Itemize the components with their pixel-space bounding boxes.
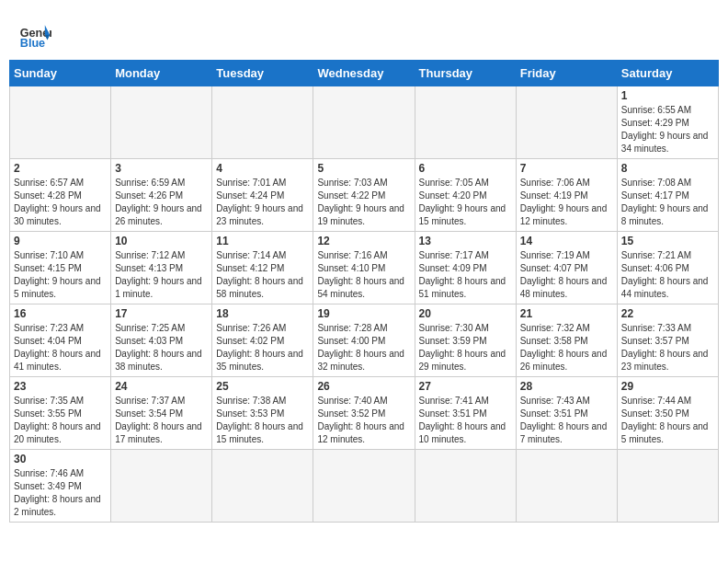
day-number: 21 [520,307,613,320]
day-number: 29 [621,380,714,393]
calendar-cell: 6Sunrise: 7:05 AM Sunset: 4:20 PM Daylig… [415,159,516,232]
day-number: 7 [520,162,613,175]
calendar: SundayMondayTuesdayWednesdayThursdayFrid… [9,60,719,523]
calendar-cell: 8Sunrise: 7:08 AM Sunset: 4:17 PM Daylig… [617,159,718,232]
day-info: Sunrise: 7:23 AM Sunset: 4:04 PM Dayligh… [14,322,107,373]
calendar-cell: 27Sunrise: 7:41 AM Sunset: 3:51 PM Dayli… [415,377,516,450]
day-info: Sunrise: 7:05 AM Sunset: 4:20 PM Dayligh… [419,177,512,228]
calendar-cell: 3Sunrise: 6:59 AM Sunset: 4:26 PM Daylig… [111,159,212,232]
day-number: 22 [621,307,714,320]
day-number: 20 [419,307,512,320]
calendar-cell: 11Sunrise: 7:14 AM Sunset: 4:12 PM Dayli… [212,232,313,304]
day-info: Sunrise: 7:01 AM Sunset: 4:24 PM Dayligh… [216,177,309,228]
day-info: Sunrise: 6:59 AM Sunset: 4:26 PM Dayligh… [115,177,208,228]
day-number: 2 [14,162,107,175]
day-info: Sunrise: 7:10 AM Sunset: 4:15 PM Dayligh… [14,249,107,301]
logo-icon: General Blue [18,18,51,52]
column-header-sunday: Sunday [10,61,111,86]
calendar-cell: 21Sunrise: 7:32 AM Sunset: 3:58 PM Dayli… [516,304,617,377]
calendar-cell: 30Sunrise: 7:46 AM Sunset: 3:49 PM Dayli… [10,450,111,523]
day-info: Sunrise: 7:32 AM Sunset: 3:58 PM Dayligh… [520,322,613,373]
day-number: 30 [14,453,107,465]
day-number: 23 [14,380,107,393]
calendar-cell: 29Sunrise: 7:44 AM Sunset: 3:50 PM Dayli… [617,377,718,450]
day-number: 3 [115,162,208,175]
calendar-cell [10,86,111,159]
calendar-cell: 12Sunrise: 7:16 AM Sunset: 4:10 PM Dayli… [313,232,415,304]
calendar-cell: 16Sunrise: 7:23 AM Sunset: 4:04 PM Dayli… [10,304,111,377]
day-number: 12 [317,235,410,247]
calendar-cell: 26Sunrise: 7:40 AM Sunset: 3:52 PM Dayli… [313,377,415,450]
day-info: Sunrise: 7:26 AM Sunset: 4:02 PM Dayligh… [216,322,309,373]
day-number: 25 [216,380,309,393]
calendar-cell: 23Sunrise: 7:35 AM Sunset: 3:55 PM Dayli… [10,377,111,450]
calendar-cell: 7Sunrise: 7:06 AM Sunset: 4:19 PM Daylig… [516,159,617,232]
calendar-cell: 18Sunrise: 7:26 AM Sunset: 4:02 PM Dayli… [212,304,313,377]
calendar-cell: 24Sunrise: 7:37 AM Sunset: 3:54 PM Dayli… [111,377,212,450]
calendar-cell: 9Sunrise: 7:10 AM Sunset: 4:15 PM Daylig… [10,232,111,304]
day-number: 11 [216,235,309,247]
day-info: Sunrise: 6:57 AM Sunset: 4:28 PM Dayligh… [14,177,107,228]
column-header-tuesday: Tuesday [212,61,313,86]
day-number: 15 [621,235,714,247]
day-info: Sunrise: 7:44 AM Sunset: 3:50 PM Dayligh… [621,395,714,446]
day-info: Sunrise: 7:46 AM Sunset: 3:49 PM Dayligh… [14,467,107,519]
day-info: Sunrise: 7:38 AM Sunset: 3:53 PM Dayligh… [216,395,309,446]
calendar-cell: 10Sunrise: 7:12 AM Sunset: 4:13 PM Dayli… [111,232,212,304]
day-info: Sunrise: 7:43 AM Sunset: 3:51 PM Dayligh… [520,395,613,446]
calendar-cell: 19Sunrise: 7:28 AM Sunset: 4:00 PM Dayli… [313,304,415,377]
day-info: Sunrise: 7:12 AM Sunset: 4:13 PM Dayligh… [115,249,208,301]
day-info: Sunrise: 7:19 AM Sunset: 4:07 PM Dayligh… [520,249,613,301]
calendar-week-row: 1Sunrise: 6:55 AM Sunset: 4:29 PM Daylig… [10,86,719,159]
day-info: Sunrise: 6:55 AM Sunset: 4:29 PM Dayligh… [621,104,714,155]
calendar-cell: 17Sunrise: 7:25 AM Sunset: 4:03 PM Dayli… [111,304,212,377]
calendar-cell: 5Sunrise: 7:03 AM Sunset: 4:22 PM Daylig… [313,159,415,232]
calendar-cell: 15Sunrise: 7:21 AM Sunset: 4:06 PM Dayli… [617,232,718,304]
day-info: Sunrise: 7:40 AM Sunset: 3:52 PM Dayligh… [317,395,410,446]
day-info: Sunrise: 7:06 AM Sunset: 4:19 PM Dayligh… [520,177,613,228]
calendar-week-row: 30Sunrise: 7:46 AM Sunset: 3:49 PM Dayli… [10,450,719,523]
day-info: Sunrise: 7:28 AM Sunset: 4:00 PM Dayligh… [317,322,410,373]
calendar-cell [415,86,516,159]
day-info: Sunrise: 7:41 AM Sunset: 3:51 PM Dayligh… [419,395,512,446]
calendar-cell [313,86,415,159]
calendar-cell: 13Sunrise: 7:17 AM Sunset: 4:09 PM Dayli… [415,232,516,304]
day-number: 18 [216,307,309,320]
column-header-monday: Monday [111,61,212,86]
calendar-week-row: 9Sunrise: 7:10 AM Sunset: 4:15 PM Daylig… [10,232,719,304]
day-number: 26 [317,380,410,393]
day-info: Sunrise: 7:16 AM Sunset: 4:10 PM Dayligh… [317,249,410,301]
calendar-cell [111,86,212,159]
column-header-wednesday: Wednesday [313,61,415,86]
calendar-cell: 1Sunrise: 6:55 AM Sunset: 4:29 PM Daylig… [617,86,718,159]
day-info: Sunrise: 7:21 AM Sunset: 4:06 PM Dayligh… [621,249,714,301]
column-header-friday: Friday [516,61,617,86]
day-number: 24 [115,380,208,393]
day-number: 9 [14,235,107,247]
day-info: Sunrise: 7:14 AM Sunset: 4:12 PM Dayligh… [216,249,309,301]
day-number: 5 [317,162,410,175]
day-number: 28 [520,380,613,393]
day-info: Sunrise: 7:03 AM Sunset: 4:22 PM Dayligh… [317,177,410,228]
day-info: Sunrise: 7:30 AM Sunset: 3:59 PM Dayligh… [419,322,512,373]
day-info: Sunrise: 7:25 AM Sunset: 4:03 PM Dayligh… [115,322,208,373]
day-number: 4 [216,162,309,175]
day-info: Sunrise: 7:35 AM Sunset: 3:55 PM Dayligh… [14,395,107,446]
calendar-cell: 14Sunrise: 7:19 AM Sunset: 4:07 PM Dayli… [516,232,617,304]
day-number: 14 [520,235,613,247]
calendar-week-row: 2Sunrise: 6:57 AM Sunset: 4:28 PM Daylig… [10,159,719,232]
day-info: Sunrise: 7:37 AM Sunset: 3:54 PM Dayligh… [115,395,208,446]
calendar-cell: 25Sunrise: 7:38 AM Sunset: 3:53 PM Dayli… [212,377,313,450]
day-number: 19 [317,307,410,320]
day-info: Sunrise: 7:33 AM Sunset: 3:57 PM Dayligh… [621,322,714,373]
calendar-cell [212,86,313,159]
calendar-cell [516,450,617,523]
day-info: Sunrise: 7:08 AM Sunset: 4:17 PM Dayligh… [621,177,714,228]
calendar-header-row: SundayMondayTuesdayWednesdayThursdayFrid… [10,61,719,86]
calendar-cell [617,450,718,523]
day-number: 1 [621,89,714,102]
day-number: 17 [115,307,208,320]
calendar-cell [516,86,617,159]
logo: General Blue [18,18,55,52]
calendar-cell: 4Sunrise: 7:01 AM Sunset: 4:24 PM Daylig… [212,159,313,232]
